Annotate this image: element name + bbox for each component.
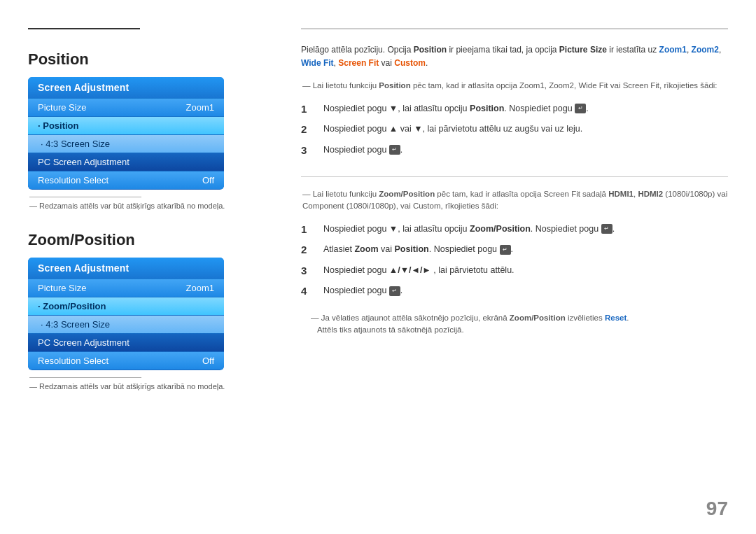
- zoom-position-right-section: ― Lai lietotu funkciju Zoom/Position pēc…: [301, 188, 728, 336]
- menu-item-43-screen-1[interactable]: · 4:3 Screen Size: [28, 135, 224, 153]
- menu-item-resolution-1[interactable]: Resolution Select Off: [28, 171, 224, 189]
- zoom-position-steps: 1 Nospiediet pogu ▼, lai atlasītu opciju…: [301, 223, 728, 298]
- menu-item-resolution-2[interactable]: Resolution Select Off: [28, 352, 224, 370]
- menu-item-pc-screen-1[interactable]: PC Screen Adjustment: [28, 153, 224, 171]
- zoom-position-intro-text: ― Lai lietotu funkciju Zoom/Position pēc…: [301, 188, 728, 213]
- zoom-position-menu-box: Screen Adjustment Picture Size Zoom1 · Z…: [28, 258, 224, 370]
- step-item: 4 Nospiediet pogu ↵.: [301, 284, 728, 298]
- step-item: 3 Nospiediet pogu ↵.: [301, 143, 728, 157]
- menu-item-pc-screen-2[interactable]: PC Screen Adjustment: [28, 334, 224, 351]
- footnote-divider-1: [29, 197, 141, 197]
- menu-item-position-1[interactable]: · Position: [28, 117, 224, 134]
- menu-item-zoom-position[interactable]: · Zoom/Position: [28, 297, 224, 315]
- enter-icon-4: ↵: [500, 245, 511, 255]
- enter-icon-3: ↵: [601, 224, 612, 234]
- zoom-position-footnote: ― Redzamais attēls var būt atšķirīgs atk…: [28, 377, 266, 391]
- enter-icon-5: ↵: [389, 286, 400, 296]
- position-right-section: Pielāgo attēla pozīciju. Opcija Position…: [301, 43, 728, 157]
- position-step-note: ― Lai lietotu funkciju Position pēc tam,…: [301, 80, 728, 92]
- menu-item-picture-size-2[interactable]: Picture Size Zoom1: [28, 279, 224, 297]
- enter-icon-1: ↵: [575, 104, 586, 113]
- step-item: 1 Nospiediet pogu ▼, lai atlasītu opciju…: [301, 223, 728, 237]
- step-item: 2 Nospiediet pogu ▲ vai ▼, lai pārvietot…: [301, 122, 728, 136]
- position-menu-box: Screen Adjustment Picture Size Zoom1 · P…: [28, 77, 224, 190]
- position-intro-text: Pielāgo attēla pozīciju. Opcija Position…: [301, 43, 728, 70]
- step-item: 3 Nospiediet pogu ▲/▼/◄/► , lai pārvieto…: [301, 264, 728, 278]
- step-item: 1 Nospiediet pogu ▼, lai atlasītu opciju…: [301, 102, 728, 116]
- footnote-divider-2: [29, 377, 141, 378]
- menu-item-43-screen-2[interactable]: · 4:3 Screen Size: [28, 316, 224, 333]
- page-number: 97: [706, 498, 728, 520]
- zoom-position-menu-header: Screen Adjustment: [28, 258, 224, 279]
- zoom-position-sub-note: ― Ja vēlaties atjaunot attēla sākotnējo …: [301, 312, 728, 337]
- position-section: Position Screen Adjustment Picture Size …: [28, 50, 266, 210]
- right-divider: [301, 176, 728, 177]
- right-top-divider: [301, 28, 728, 29]
- position-footnote: ― Redzamais attēls var būt atšķirīgs atk…: [28, 197, 266, 210]
- top-divider: [28, 28, 140, 29]
- position-title: Position: [28, 50, 266, 69]
- zoom-position-section: Zoom/Position Screen Adjustment Picture …: [28, 231, 266, 391]
- position-steps: 1 Nospiediet pogu ▼, lai atlasītu opciju…: [301, 102, 728, 157]
- right-column: Pielāgo attēla pozīciju. Opcija Position…: [287, 21, 728, 520]
- zoom-position-title: Zoom/Position: [28, 231, 266, 249]
- step-item: 2 Atlasiet Zoom vai Position. Nospiediet…: [301, 243, 728, 257]
- menu-item-picture-size-1[interactable]: Picture Size Zoom1: [28, 99, 224, 116]
- position-menu-header: Screen Adjustment: [28, 77, 224, 98]
- left-column: Position Screen Adjustment Picture Size …: [28, 21, 287, 520]
- enter-icon-2: ↵: [389, 145, 400, 155]
